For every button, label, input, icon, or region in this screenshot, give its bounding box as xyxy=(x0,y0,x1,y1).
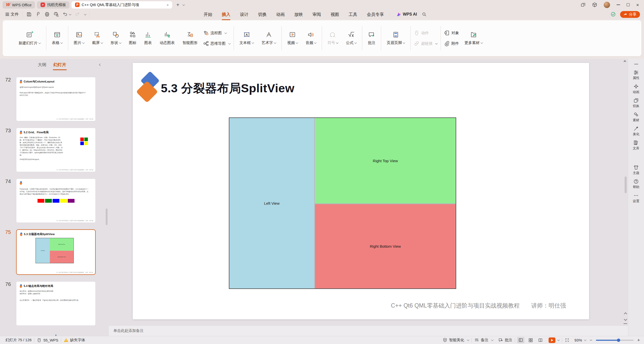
missing-font-warning[interactable]: 缺失字体 xyxy=(61,338,88,342)
undo-button[interactable] xyxy=(61,12,73,17)
smart-beautify-button[interactable]: 智能美化 xyxy=(440,338,472,342)
export-pdf-button[interactable] xyxy=(33,12,43,17)
arrange-windows-icon[interactable] xyxy=(581,2,586,7)
tab-animation[interactable]: 动画 xyxy=(276,11,285,18)
shape-button[interactable]: 形状 xyxy=(108,31,123,45)
previous-slide-icon[interactable] xyxy=(624,312,627,316)
tab-home[interactable]: 开始 xyxy=(203,11,213,18)
sidebar-item-help[interactable]: 帮助 xyxy=(628,177,644,191)
minimize-button[interactable] xyxy=(617,5,620,5)
notes-bar[interactable]: 单击此处添加备注 xyxy=(109,325,628,336)
header-footer-button[interactable]: 页眉页脚 xyxy=(384,31,407,45)
zoom-level[interactable]: 93% xyxy=(572,338,589,342)
tab-transition[interactable]: 切换 xyxy=(258,11,267,18)
panel-scrollbar-thumb[interactable] xyxy=(106,208,108,225)
redo-button[interactable] xyxy=(73,12,82,17)
theme-indicator[interactable]: 55_WPS xyxy=(34,338,61,342)
textbox-button[interactable]: 文本框 xyxy=(237,31,256,45)
audio-button[interactable]: 音频 xyxy=(303,31,318,45)
tab-document-active[interactable]: P C++ Qt6 QML零基础入门进阶与项 × xyxy=(71,1,172,9)
quick-toolbar-chevron-icon[interactable] xyxy=(84,13,87,15)
collapse-sidebar-icon[interactable] xyxy=(634,61,638,68)
reading-view-button[interactable] xyxy=(537,337,544,343)
tab-member[interactable]: 会员专享 xyxy=(366,11,384,18)
object-button[interactable]: 对象 xyxy=(444,30,459,36)
sidebar-item-library[interactable]: 文库 xyxy=(628,138,644,152)
tab-slideshow[interactable]: 放映 xyxy=(294,11,303,18)
tab-tools[interactable]: 工具 xyxy=(348,11,358,18)
tab-list-chevron-icon[interactable] xyxy=(182,3,185,6)
doc-saved-status-icon[interactable] xyxy=(611,12,616,17)
mindmap-button[interactable]: 思维导图 xyxy=(203,41,230,46)
share-button[interactable]: 分享 xyxy=(620,11,640,18)
normal-view-button[interactable] xyxy=(517,337,524,343)
slide-thumb-75-selected[interactable]: 75 5.3 分裂器布局SplitView Left View Right To… xyxy=(0,229,109,275)
table-button[interactable]: 表格 xyxy=(50,31,65,45)
attachment-button[interactable]: 附件 xyxy=(444,41,459,46)
comment-toggle-button[interactable]: 批注 xyxy=(496,338,515,342)
notes-toggle-button[interactable]: 备注 xyxy=(472,338,496,342)
maximize-button[interactable] xyxy=(627,3,630,6)
zoom-slider[interactable] xyxy=(596,340,634,341)
tab-view[interactable]: 视图 xyxy=(330,11,340,18)
dynamic-chart-button[interactable]: 动态图表 xyxy=(157,31,177,45)
tab-wps-home[interactable]: W WPS Office xyxy=(3,1,35,9)
scroll-up-icon[interactable] xyxy=(623,60,626,62)
slide-canvas[interactable]: 5.3 分裂器布局SplitView Left View Right Top V… xyxy=(109,59,628,325)
video-button[interactable]: 视频 xyxy=(285,31,300,45)
screenshot-button[interactable]: 截屏 xyxy=(90,31,105,45)
sidebar-item-properties[interactable]: 属性 xyxy=(628,68,644,82)
new-tab-button[interactable]: + xyxy=(174,2,181,8)
more-assets-button[interactable]: 更多素材 xyxy=(462,20,485,56)
slide-thumb-card[interactable]: 5.2 Grid、Flow布局 Grid（栅格）元素通过设置rows（行数）和c… xyxy=(16,128,96,172)
slide-thumb-76[interactable]: 76 5.4 锚点布局与绝对布局 锚点布局：使用anchors控制控件的位置和间… xyxy=(0,281,109,326)
app-center-icon[interactable] xyxy=(592,2,597,7)
sidebar-item-transition[interactable]: 切换 xyxy=(628,96,644,110)
sidebar-item-animation[interactable]: 动画 xyxy=(628,82,644,96)
tab-docer-templates[interactable]: 找稻壳模板 xyxy=(37,1,69,9)
sidebar-item-settings[interactable]: 设置 xyxy=(628,191,644,205)
slide-thumb-card[interactable]: Colum与ColumnLayout 使用ColumnLayout需要impor… xyxy=(16,77,96,121)
tab-review[interactable]: 审阅 xyxy=(312,11,321,18)
slide-thumb-card-selected[interactable]: 5.3 分裂器布局SplitView Left View Right Top V… xyxy=(16,229,96,275)
print-button[interactable] xyxy=(43,12,52,17)
print-preview-button[interactable] xyxy=(52,12,61,17)
flowchart-button[interactable]: 流程图 xyxy=(203,30,230,36)
file-menu[interactable]: 文件 xyxy=(4,12,20,17)
next-slide-icon[interactable] xyxy=(624,318,627,321)
user-avatar[interactable] xyxy=(604,2,610,8)
icon-library-button[interactable]: 图标 xyxy=(127,31,139,45)
slide-thumb-card[interactable]: Flow定位器，它将其子项从左到右排列，当没有足够的空间容纳更多子项时，它们会移… xyxy=(16,179,96,223)
splitview-figure[interactable]: Left View Right Top View Right Bottom Vi… xyxy=(229,117,456,289)
tab-slides[interactable]: 幻灯片 xyxy=(53,60,67,69)
wps-ai-button[interactable]: WPS AI xyxy=(395,12,418,17)
new-slide-button[interactable]: 新建幻灯片 xyxy=(16,31,43,46)
wordart-button[interactable]: 艺术字 xyxy=(259,31,278,45)
comment-button[interactable]: 批注 xyxy=(366,31,378,45)
slide-thumb-card[interactable]: 5.4 锚点布局与绝对布局 锚点布局：使用anchors控制控件的位置和间隙 绝… xyxy=(16,281,96,326)
sidebar-item-assets[interactable]: 素材 xyxy=(628,110,644,124)
smart-art-button[interactable]: 智能图形 xyxy=(180,31,200,45)
canvas-scrollbar-thumb[interactable] xyxy=(625,177,627,193)
slide-thumb-72[interactable]: 72 Colum与ColumnLayout 使用ColumnLayout需要im… xyxy=(0,77,109,121)
search-icon[interactable] xyxy=(420,12,428,17)
slide-sorter-view-button[interactable] xyxy=(527,337,534,343)
zoom-slider-thumb[interactable] xyxy=(617,338,620,342)
picture-button[interactable]: 图片 xyxy=(71,31,87,45)
formula-button[interactable]: 公式 xyxy=(344,31,359,45)
slide-title[interactable]: 5.3 分裂器布局SplitView xyxy=(161,80,294,96)
zoom-in-button[interactable]: + xyxy=(636,337,641,343)
add-slide-button[interactable]: + xyxy=(16,332,96,336)
play-slideshow-button[interactable] xyxy=(546,337,562,343)
tab-close-icon[interactable]: × xyxy=(167,3,169,7)
save-button[interactable] xyxy=(24,12,33,17)
close-window-button[interactable]: × xyxy=(636,3,639,7)
slide-thumb-73[interactable]: 73 5.2 Grid、Flow布局 Grid（栅格）元素通过设置rows（行数… xyxy=(0,128,109,172)
sidebar-item-theme[interactable]: 主题 xyxy=(628,163,644,177)
tab-design[interactable]: 设计 xyxy=(239,11,249,18)
tab-outline[interactable]: 大纲 xyxy=(37,60,47,69)
collapse-panel-icon[interactable] xyxy=(99,63,102,66)
zoom-out-button[interactable]: − xyxy=(589,337,593,343)
tab-insert[interactable]: 插入 xyxy=(221,11,231,18)
fit-to-window-button[interactable] xyxy=(562,338,572,342)
